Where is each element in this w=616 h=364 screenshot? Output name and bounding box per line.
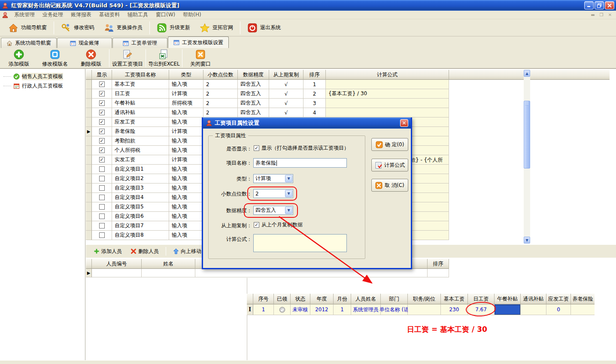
item-type-cell[interactable]: 输入项 (169, 165, 203, 174)
item-type-cell[interactable]: 输入项 (169, 108, 203, 117)
person-cell[interactable] (92, 269, 142, 277)
item-name-cell[interactable]: 自定义项目5 (112, 202, 169, 212)
person-cell[interactable] (428, 269, 449, 277)
tab-salary-manage[interactable]: 工资单管理 (112, 38, 167, 48)
add-person-button[interactable]: 添加人员 (90, 247, 125, 256)
minimize-button[interactable] (584, 1, 594, 9)
preview-row[interactable]: I1未审核20121系统管理员单位名称 (请2307.670 (247, 304, 595, 315)
salary-item-row[interactable]: ✓基本工资输入项2四舍五入√1 (86, 80, 610, 89)
type-combobox[interactable]: 计算项▼ (253, 174, 293, 183)
nav-window-button[interactable]: 功能导航窗 (3, 21, 52, 35)
show-checkbox[interactable]: ✓ (99, 91, 105, 96)
formula-cell[interactable] (326, 80, 449, 89)
item-name-cell[interactable]: 自定义项目3 (112, 184, 169, 193)
delete-template-button[interactable]: 删除模版 (73, 49, 109, 68)
order-cell[interactable]: 3 (303, 99, 326, 108)
scrollbar-thumb[interactable] (524, 101, 530, 168)
chevron-down-icon[interactable]: ▼ (285, 207, 292, 214)
copy-prev-checkbox-box[interactable]: ✓ (254, 222, 259, 228)
show-checkbox-box[interactable]: ✓ (254, 145, 259, 151)
show-checkbox-cell[interactable]: ✓ (92, 89, 112, 99)
formula-textarea[interactable] (253, 234, 347, 252)
item-type-cell[interactable]: 输入项 (169, 184, 203, 193)
item-type-cell[interactable]: 计算项 (169, 89, 203, 99)
vertical-scrollbar[interactable]: ▲ ▼ (524, 70, 530, 244)
mdi-close-icon[interactable]: ✕ (607, 12, 613, 18)
formula-cell[interactable] (326, 99, 449, 108)
preview-cell[interactable]: 1 (334, 304, 351, 315)
show-checkbox[interactable]: ✓ (99, 100, 105, 106)
salary-item-row[interactable]: ✓日工资计算项2四舍五入√2{基本工资} / 30 (86, 89, 610, 99)
menu-business[interactable]: 业务处理 (39, 10, 67, 19)
tab-nav-home[interactable]: 系统功能导航窗 (1, 38, 57, 48)
add-template-button[interactable]: 添加模版 (1, 49, 37, 68)
preview-cell[interactable]: 230 (441, 304, 468, 315)
item-name-cell[interactable]: 个人所得税 (112, 146, 169, 155)
show-checkbox-cell[interactable] (92, 221, 112, 231)
restore-button[interactable] (595, 1, 604, 9)
mdi-minimize-icon[interactable]: ▬ (589, 12, 596, 18)
preview-cell[interactable]: 2012 (310, 304, 334, 315)
item-name-cell[interactable]: 日工资 (112, 89, 169, 99)
order-cell[interactable]: 1 (303, 80, 326, 89)
item-type-cell[interactable]: 输入项 (169, 174, 203, 184)
item-type-cell[interactable]: 输入项 (169, 212, 203, 221)
menu-system[interactable]: 系统管理 (10, 10, 39, 19)
item-name-cell[interactable]: 自定义项目1 (112, 165, 169, 174)
item-type-cell[interactable]: 输入项 (169, 193, 203, 202)
item-name-cell[interactable]: 自定义项目6 (112, 212, 169, 221)
show-checkbox-cell[interactable]: ✓ (92, 155, 112, 165)
order-cell[interactable]: 2 (303, 89, 326, 99)
preview-cell[interactable] (408, 304, 441, 315)
cancel-button[interactable]: 取 消(C) (371, 179, 408, 192)
item-name-cell[interactable]: 通讯补贴 (112, 108, 169, 117)
item-type-cell[interactable]: 输入项 (169, 221, 203, 231)
preview-cell[interactable] (521, 304, 546, 315)
show-checkbox-cell[interactable]: ✓ (92, 146, 112, 155)
copy-prev-cell[interactable]: √ (269, 89, 303, 99)
preview-cell[interactable] (495, 304, 521, 315)
precision-combobox[interactable]: 四舍五入▼ (253, 206, 293, 215)
show-checkbox[interactable] (99, 195, 105, 200)
tab-cash-book[interactable]: 现金账簿 (57, 38, 112, 48)
show-checkbox[interactable]: ✓ (99, 119, 105, 125)
show-checkbox-cell[interactable]: ✓ (92, 99, 112, 108)
item-name-cell[interactable]: 考勤扣款 (112, 136, 169, 146)
setup-salary-items-button[interactable]: 设置工资项目 (109, 49, 146, 68)
menu-base-data[interactable]: 基础资料 (95, 10, 124, 19)
show-checkbox-cell[interactable]: ✓ (92, 108, 112, 117)
person-row[interactable]: ▶ (86, 269, 449, 277)
website-button[interactable]: 亚拓官网 (195, 21, 238, 35)
show-checkbox-cell[interactable] (92, 184, 112, 193)
show-checkbox[interactable]: ✓ (99, 147, 105, 153)
tree-item-admin-template[interactable]: 行政人员工资模板 (0, 81, 85, 90)
item-name-cell[interactable]: 自定义项目7 (112, 221, 169, 231)
item-type-cell[interactable]: 输入项 (169, 231, 203, 240)
preview-cell[interactable]: 系统管理员 (351, 304, 381, 315)
menu-aux-tools[interactable]: 辅助工具 (124, 10, 152, 19)
item-name-cell[interactable]: 应发工资 (112, 117, 169, 127)
person-cell[interactable] (142, 269, 195, 277)
show-checkbox[interactable]: ✓ 显示（打勾选择是否显示该工资项目） (254, 144, 349, 152)
show-checkbox[interactable]: ✓ (99, 157, 105, 162)
scroll-down-icon[interactable]: ▼ (524, 237, 530, 244)
order-cell[interactable]: 4 (303, 108, 326, 117)
change-password-button[interactable]: 修改密码 (56, 21, 99, 35)
show-checkbox[interactable] (99, 166, 105, 172)
item-type-cell[interactable]: 计算项 (169, 155, 203, 165)
show-checkbox-cell[interactable] (92, 212, 112, 221)
formula-cell[interactable]: {基本工资} / 30 (326, 89, 449, 99)
copy-prev-cell[interactable]: √ (269, 80, 303, 89)
decimals-cell[interactable]: 2 (203, 108, 238, 117)
delete-person-button[interactable]: 删除人员 (127, 247, 162, 256)
show-checkbox-cell[interactable] (92, 202, 112, 212)
chevron-down-icon[interactable]: ▼ (285, 175, 292, 182)
menu-ledger-report[interactable]: 账簿报表 (67, 10, 95, 19)
upgrade-button[interactable]: 升级更新 (152, 21, 195, 35)
show-checkbox[interactable]: ✓ (99, 129, 105, 134)
switch-operator-button[interactable]: 更换操作员 (99, 21, 147, 35)
show-checkbox-cell[interactable]: ✓ (92, 127, 112, 136)
menu-help[interactable]: 帮助(H) (179, 10, 205, 19)
person-cell[interactable] (195, 269, 428, 277)
show-checkbox[interactable]: ✓ (99, 81, 105, 87)
